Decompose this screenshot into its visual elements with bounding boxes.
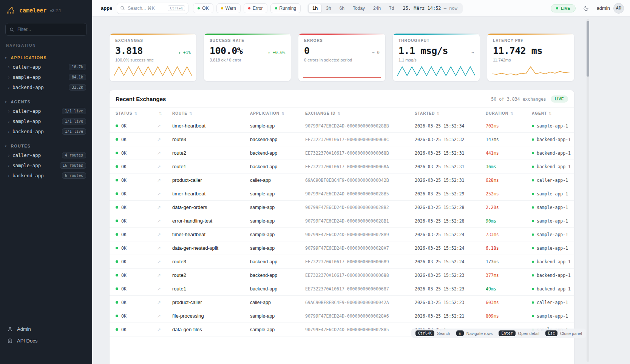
trace-cell: ↗ [154,119,169,133]
table-row[interactable]: OK↗error-handling-testsample-app90799F47… [110,214,574,228]
column-header-label: STARTED [415,111,435,115]
sidebar-item-backend-app[interactable]: ›backend-app6 routes [0,170,92,181]
filter-chip-ok[interactable]: OK [193,3,213,13]
docs-icon [7,338,13,344]
table-row[interactable]: OK↗route1backend-appEE7322370A10617-0000… [110,282,574,296]
started-cell: 2026-03-25 15:52:24 [412,228,483,241]
time-range-today[interactable]: Today [349,4,369,13]
column-header-route[interactable]: ROUTE⇅ [169,108,247,119]
column-header-status[interactable]: STATUS⇅ [110,108,154,119]
scrollbar-track [587,19,589,362]
table-row[interactable]: OK↗data-gen-orderssample-app90799F47E6CD… [110,201,574,214]
duration-cell: 628ms [483,174,529,187]
started-cell: 2026-03-25 15:52:23 [412,296,483,309]
time-range-3h[interactable]: 3h [322,4,335,13]
sidebar-item-backend-app[interactable]: ›backend-app32.2k [0,82,92,92]
trace-arrow-icon: ↗ [157,246,161,251]
status-label: OK [121,313,127,319]
column-header-agent[interactable]: AGENT⇅ [529,108,574,119]
filter-input[interactable] [17,27,83,32]
user-menu[interactable]: admin AD [597,3,624,14]
chevron-right-icon: › [8,65,9,69]
live-toggle[interactable]: LIVE [551,4,575,12]
table-row[interactable]: OK↗route1backend-appEE7322370A10617-0000… [110,160,574,174]
section-header-applications[interactable]: ▾APPLICATIONS [0,54,92,62]
filter-chip-warn[interactable]: Warn [216,3,241,13]
trace-cell: ↗ [154,228,169,241]
started-cell: 2026-03-25 15:52:29 [412,187,483,201]
table-row[interactable]: OK↗product-callercaller-app69AC90BF8EBC4… [110,296,574,309]
app-logo[interactable]: cameleer v3.2.1 [0,0,92,20]
agent-label: caller-app-1 [537,178,568,183]
agent-value: sample-app-1 [532,205,571,210]
topbar-right: LIVE admin AD [551,3,624,14]
table-row[interactable]: OK↗data-gen-nested-splitsample-app90799F… [110,241,574,255]
agent-label: backend-app-1 [537,137,571,142]
table-row[interactable]: OK↗timer-heartbeatsample-app90799F47E6CD… [110,228,574,241]
application-cell: caller-app [247,296,302,309]
trace-cell: ↗ [154,133,169,146]
table-row[interactable]: OK↗timer-heartbeatsample-app90799F47E6CD… [110,119,574,133]
table-row[interactable]: OK↗product-callercaller-app69AC90BF8EBC4… [110,174,574,187]
status-ok-dot [116,138,118,141]
sidebar-item-api-docs[interactable]: API Docs [0,335,92,347]
trace-cell: ↗ [154,296,169,309]
exchange-table-header-row: STATUS⇅⇅ROUTE⇅APPLICATION⇅EXCHANGE ID⇅ST… [110,108,574,119]
time-range-6h[interactable]: 6h [335,4,349,13]
started-cell: 2026-03-25 15:52:34 [412,119,483,133]
stat-card-value-row: 11.742 ms [493,45,568,56]
exchange-id-cell: EE7322370A10617-000000000000068B [302,146,412,160]
status-label: OK [121,178,127,183]
status-ok-dot [116,301,118,304]
time-range-7d[interactable]: 7d [385,4,398,13]
column-header-started[interactable]: STARTED⇅ [412,108,483,119]
sidebar-item-sample-app[interactable]: ›sample-app1/1 live [0,116,92,126]
table-row[interactable]: OK↗route2backend-appEE7322370A10617-0000… [110,269,574,282]
column-header-application[interactable]: APPLICATION⇅ [247,108,302,119]
sidebar-item-caller-app[interactable]: ›caller-app4 routes [0,150,92,160]
filter-chip-running[interactable]: Running [270,3,301,13]
table-row[interactable]: OK↗timer-heartbeatsample-app90799F47E6CD… [110,187,574,201]
table-row[interactable]: OK↗route2backend-appEE7322370A10617-0000… [110,146,574,160]
agent-value: backend-app-1 [532,151,571,156]
time-range-1h[interactable]: 1h [308,4,322,13]
agent-value: backend-app-1 [532,164,571,169]
time-display[interactable]: 25. März 14:52 — now [398,6,462,11]
route-cell: timer-heartbeat [169,119,247,133]
sidebar-item-backend-app[interactable]: ›backend-app1/1 live [0,126,92,137]
agent-cell: sample-app-1 [529,119,574,133]
status-filter-group: OKWarnErrorRunning [193,3,301,13]
filter-chip-error[interactable]: Error [244,3,267,13]
section-header-agents[interactable]: ▾AGENTS [0,98,92,106]
sidebar-item-caller-app[interactable]: ›caller-app1/1 live [0,106,92,116]
table-row[interactable]: OK↗route3backend-appEE7322370A10617-0000… [110,255,574,269]
agent-value: caller-app-1 [532,178,571,183]
column-header-trace[interactable]: ⇅ [154,108,169,119]
sidebar-item-sample-app[interactable]: ›sample-app16 routes [0,160,92,170]
trace-cell: ↗ [154,255,169,269]
started-cell: 2026-03-25 15:52:28 [412,201,483,214]
stat-card-subtext: 3.818 ok / 0 error [210,58,285,62]
status-dot [198,7,200,9]
filter-chip-label: OK [202,6,208,11]
time-range-24h[interactable]: 24h [369,4,385,13]
table-row[interactable]: OK↗file-processingsample-app90799F47E6CD… [110,309,574,323]
column-header-duration[interactable]: DURATION⇅ [483,108,529,119]
column-header-exchange-id[interactable]: EXCHANGE ID⇅ [302,108,412,119]
scrollbar-thumb[interactable] [587,21,589,77]
search-input[interactable] [128,6,165,11]
status-cell: OK [110,269,154,282]
sidebar-item-caller-app[interactable]: ›caller-app10.7k [0,62,92,72]
table-row[interactable]: OK↗route3backend-appEE7322370A10617-0000… [110,133,574,146]
sidebar-item-admin[interactable]: Admin [0,323,92,335]
theme-toggle-button[interactable] [581,3,592,14]
chevron-right-icon: › [8,129,9,134]
column-header-label: EXCHANGE ID [305,111,335,115]
status-label: OK [121,259,127,264]
agent-live-dot [532,220,534,222]
section-header-routes[interactable]: ▾ROUTES [0,143,92,150]
agent-live-dot [532,206,534,209]
sidebar-item-sample-app[interactable]: ›sample-app84.1k [0,72,92,82]
status-value: OK [116,178,151,183]
agent-cell: sample-app-1 [529,201,574,214]
